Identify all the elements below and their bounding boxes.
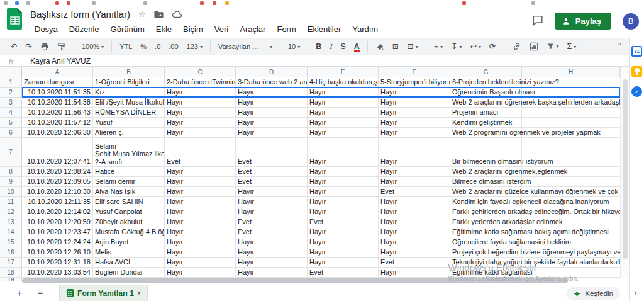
cell-C10[interactable]: Hayır bbox=[165, 187, 236, 196]
cell-E10[interactable]: Hayır bbox=[308, 187, 379, 196]
collapse-toolbar-button[interactable]: ^ bbox=[618, 42, 621, 49]
cell-B11[interactable]: Elif sare SAHIN bbox=[93, 197, 165, 207]
cell-F5[interactable]: Hayır bbox=[379, 118, 450, 127]
bold-button[interactable]: B bbox=[313, 41, 325, 52]
cell-F15[interactable]: Hayır bbox=[379, 237, 450, 247]
cell-F2[interactable]: Hayır bbox=[379, 88, 450, 97]
cell-F7[interactable]: Hayır bbox=[379, 138, 450, 166]
menu-item[interactable]: Veri bbox=[209, 23, 234, 35]
cell-F10[interactable]: Evet bbox=[379, 187, 450, 196]
formula-bar[interactable]: fx Kayra Anıl YAVUZ bbox=[0, 55, 629, 67]
sheet-tab-form-yanitlari-1[interactable]: Form Yanıtları 1 ▾ bbox=[59, 285, 148, 301]
cell-F8[interactable]: Hayır bbox=[379, 167, 450, 176]
cell-D18[interactable]: Hayır bbox=[236, 268, 308, 277]
decrease-decimal-button[interactable]: .0 bbox=[152, 41, 164, 52]
calendar-icon[interactable]: 31 bbox=[631, 46, 642, 57]
save-status-cloud-icon[interactable] bbox=[172, 9, 183, 19]
cell-G15[interactable]: Öğrencilere fayda sağlamasini beklirim bbox=[450, 237, 522, 247]
fill-color-button[interactable] bbox=[372, 41, 387, 52]
cell-E17[interactable]: Hayır bbox=[308, 258, 379, 267]
cell-H2[interactable] bbox=[522, 88, 620, 97]
cell-B15[interactable]: Arjin Bayet bbox=[93, 237, 165, 247]
cell-D7[interactable]: Evet bbox=[236, 138, 308, 166]
horizontal-align-button[interactable]: ≡▾ bbox=[431, 41, 446, 52]
cell-D5[interactable]: Hayır bbox=[236, 118, 308, 127]
row-header-18[interactable]: 18 bbox=[0, 268, 22, 277]
row-header-5[interactable]: 5 bbox=[0, 118, 22, 127]
browser-favicon[interactable] bbox=[143, 1, 147, 5]
cell-E4[interactable]: Hayır bbox=[308, 108, 379, 117]
row-header-14[interactable]: 14 bbox=[0, 227, 22, 237]
cell-F16[interactable]: Hayır bbox=[379, 247, 450, 257]
insert-chart-button[interactable] bbox=[526, 41, 541, 52]
font-size-select[interactable]: 10▾ bbox=[285, 41, 303, 52]
cell-A3[interactable]: 10.10.2020 11:54:38 bbox=[22, 98, 93, 107]
row-header-3[interactable]: 3 bbox=[0, 98, 22, 107]
row-header-6[interactable]: 6 bbox=[0, 128, 22, 137]
cell-C14[interactable]: Hayır bbox=[165, 227, 236, 237]
sheets-logo-icon[interactable] bbox=[7, 8, 23, 32]
cell-F9[interactable]: Hayır bbox=[379, 177, 450, 186]
star-icon[interactable]: ☆ bbox=[138, 9, 146, 19]
formula-bar-value[interactable]: Kayra Anıl YAVUZ bbox=[30, 57, 91, 65]
cell-B6[interactable]: Alieren ç. bbox=[93, 128, 165, 137]
browser-favicon[interactable] bbox=[92, 1, 96, 5]
move-folder-icon[interactable] bbox=[154, 9, 164, 19]
cell-B2[interactable]: Kız bbox=[93, 88, 165, 97]
cell-E11[interactable]: Hayır bbox=[308, 197, 379, 207]
cell-C5[interactable]: Hayır bbox=[165, 118, 236, 127]
cell-A14[interactable]: 10.10.2020 12:23:47 bbox=[22, 227, 93, 237]
cell-B4[interactable]: RÜMEYSA DİNLER bbox=[93, 108, 165, 117]
cell-G14[interactable]: Eğitimime katkı sağlaması bakış açımı de… bbox=[450, 227, 522, 237]
menu-item[interactable]: Düzenle bbox=[64, 23, 105, 35]
cell-A5[interactable]: 10.10.2020 11:57:12 bbox=[22, 118, 93, 127]
cell-G10[interactable]: Web 2 araçlarını güzelce kullanmayı öğre… bbox=[450, 187, 522, 196]
cell-G8[interactable]: Web 2 araçlarını ogrenmek,eğlenmek bbox=[450, 167, 522, 176]
column-header-H[interactable]: H bbox=[522, 67, 620, 77]
column-header-B[interactable]: B bbox=[93, 67, 165, 77]
row-header-7[interactable]: 7 bbox=[0, 138, 22, 166]
cell-E14[interactable]: Hayır bbox=[308, 227, 379, 237]
cell-C6[interactable]: Hayır bbox=[165, 128, 236, 137]
row-header-2[interactable]: 2 bbox=[0, 88, 22, 97]
cell-E6[interactable]: Hayır bbox=[308, 128, 379, 137]
cell-G9[interactable]: Bilmece olmasını isterdim bbox=[450, 177, 522, 186]
vertical-align-button[interactable]: ↧▾ bbox=[448, 41, 465, 52]
browser-favicon[interactable] bbox=[462, 1, 466, 5]
cell-F4[interactable]: Hayır bbox=[379, 108, 450, 117]
browser-favicon[interactable] bbox=[67, 1, 70, 5]
panel-collapse-chevron[interactable]: › bbox=[634, 287, 637, 297]
cell-F12[interactable]: Hayır bbox=[379, 207, 450, 217]
italic-button[interactable]: I bbox=[326, 41, 335, 52]
cell-D16[interactable]: Hayır bbox=[236, 247, 308, 257]
share-button[interactable]: Paylaş bbox=[555, 13, 611, 30]
cell-A6[interactable]: 10.10.2020 12:06:30 bbox=[22, 128, 93, 137]
borders-button[interactable]: ⊞ bbox=[389, 41, 402, 52]
cell-A11[interactable]: 10.10.2020 12:11:35 bbox=[22, 197, 93, 207]
font-select[interactable]: Varsayılan ...▾ bbox=[215, 41, 275, 52]
cell-B8[interactable]: Hatice bbox=[93, 167, 165, 176]
paint-format-button[interactable] bbox=[54, 41, 69, 52]
cell-B13[interactable]: Zübeyir akbulut bbox=[93, 217, 165, 227]
vertical-scrollbar-thumb[interactable] bbox=[623, 79, 628, 259]
zoom-select[interactable]: 100%▾ bbox=[79, 41, 107, 52]
strikethrough-button[interactable]: S bbox=[337, 41, 348, 52]
select-all-corner[interactable] bbox=[0, 67, 22, 77]
cell-A15[interactable]: 10.10.2020 12:24:24 bbox=[22, 237, 93, 247]
cell-C9[interactable]: Hayır bbox=[165, 177, 236, 186]
cell-B18[interactable]: Buğlem Dündar bbox=[93, 268, 165, 277]
text-color-button[interactable]: A bbox=[351, 41, 363, 52]
cell-F3[interactable]: Hayır bbox=[379, 98, 450, 107]
keep-icon[interactable] bbox=[631, 66, 642, 77]
cell-E9[interactable]: Hayır bbox=[308, 177, 379, 186]
cell-C11[interactable]: Hayır bbox=[165, 197, 236, 207]
cell-B5[interactable]: Yusuf bbox=[93, 118, 165, 127]
account-avatar[interactable]: B bbox=[623, 13, 639, 30]
cell-A9[interactable]: 10.10.2020 12:09:05 bbox=[22, 177, 93, 186]
cell-B12[interactable]: Yusuf Canpolat bbox=[93, 207, 165, 217]
cell-C12[interactable]: Hayır bbox=[165, 207, 236, 217]
row-header-4[interactable]: 4 bbox=[0, 108, 22, 117]
cell-B3[interactable]: Elif /Şeyit Musa İlkokulu bbox=[93, 98, 165, 107]
explore-button[interactable]: Keşfedin bbox=[566, 287, 620, 300]
row-header-12[interactable]: 12 bbox=[0, 207, 22, 217]
